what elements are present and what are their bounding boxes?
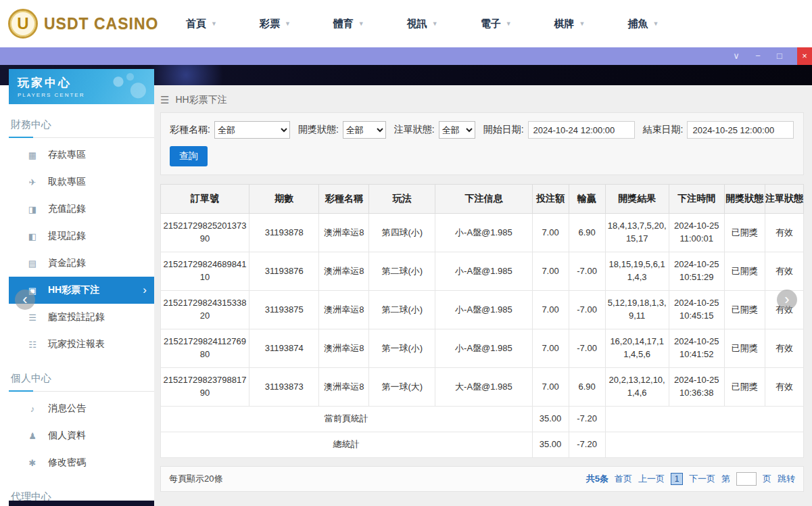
bet-status-select[interactable]: 全部	[439, 121, 475, 139]
table-cell: 已開獎	[724, 252, 765, 291]
table-cell: 5,12,19,18,1,3,9,11	[605, 291, 669, 329]
sidebar-item-change-password[interactable]: ✱ 修改密碼	[9, 449, 154, 476]
summary-label: 總統計	[161, 432, 533, 457]
table-cell: 已開獎	[724, 291, 765, 329]
sidebar-item-deposit[interactable]: ▦ 存款專區	[9, 141, 154, 168]
gear-icon: ✱	[27, 458, 38, 468]
table-row: 215217298237988179031193873澳洲幸运8第一球(大)大-…	[161, 368, 804, 407]
sidebar-item-withdraw[interactable]: ✈ 取款專區	[9, 168, 154, 196]
summary-empty-cell	[605, 407, 803, 432]
first-page-link[interactable]: 首页	[615, 473, 632, 485]
sidebar-item-player-bet-report[interactable]: ☷ 玩家投注報表	[9, 331, 154, 358]
top-navigation-bar: U USDT CASINO 首頁 ▼ 彩票 ▼ 體育 ▼ 視訊 ▼ 電子 ▼ 棋…	[0, 0, 812, 47]
nav-item-label: 體育	[333, 18, 354, 30]
chevron-down-icon[interactable]: ∨	[731, 47, 742, 65]
table-cell: 第二球(小)	[369, 252, 435, 291]
sidebar-item-funds-record[interactable]: ▤ 資金記錄	[9, 250, 154, 277]
chevron-down-icon: ▼	[285, 20, 291, 27]
sidebar-item-announcements[interactable]: ♪ 消息公告	[9, 395, 154, 422]
grand-summary-row: 總統計 35.00 -7.20	[161, 432, 804, 457]
table-cell: 第四球(小)	[369, 214, 435, 252]
next-page-link[interactable]: 下一页	[689, 473, 715, 485]
table-header-cell: 開獎狀態	[724, 185, 765, 214]
table-cell: 大-A盤@1.985	[435, 368, 532, 407]
nav-item-slots[interactable]: 電子 ▼	[481, 18, 512, 30]
sidebar-item-withdrawal-record[interactable]: ◧ 提現記錄	[9, 223, 154, 250]
prev-page-link[interactable]: 上一页	[638, 473, 665, 485]
nav-item-label: 首頁	[186, 18, 206, 30]
table-header-cell: 開獎結果	[605, 185, 669, 214]
table-cell: -7.00	[569, 291, 605, 329]
table-cell: 6.90	[569, 214, 605, 252]
table-header-cell: 彩種名稱	[319, 185, 369, 214]
pager: 共5条 首页 上一页 1 下一页 第 页 跳转	[586, 472, 795, 486]
main-nav: 首頁 ▼ 彩票 ▼ 體育 ▼ 視訊 ▼ 電子 ▼ 棋牌 ▼ 捕魚 ▼	[186, 18, 659, 30]
nav-item-lottery[interactable]: 彩票 ▼	[260, 18, 291, 30]
chevron-down-icon: ▼	[432, 20, 438, 27]
current-page-indicator[interactable]: 1	[671, 473, 683, 485]
room-bet-record-icon: ☰	[27, 313, 38, 323]
chevron-right-icon: ›	[143, 283, 147, 297]
table-cell: -7.00	[569, 329, 605, 368]
table-cell: 小-A盤@1.985	[435, 329, 532, 368]
finance-menu: ▦ 存款專區 ✈ 取款專區 ◨ 充值記錄 ◧ 提現記錄 ▤ 資金記錄	[9, 141, 154, 358]
sidebar-item-profile[interactable]: ♟ 個人資料	[9, 422, 154, 449]
sidebar-item-recharge-record[interactable]: ◨ 充值記錄	[9, 196, 154, 223]
pagination-bar: 每頁顯示20條 共5条 首页 上一页 1 下一页 第 页 跳转	[160, 466, 804, 492]
withdrawal-record-icon: ◧	[27, 231, 38, 242]
funds-record-icon: ▤	[27, 258, 38, 269]
logo-text: USDT CASINO	[44, 15, 158, 33]
total-count-text: 共5条	[586, 473, 608, 485]
table-cell: 澳洲幸运8	[319, 291, 369, 329]
logo[interactable]: U USDT CASINO	[0, 9, 166, 39]
table-cell: 2024-10-25 10:45:15	[669, 291, 724, 329]
table-row: 215217298252013739031193878澳洲幸运8第四球(小)小-…	[161, 214, 804, 252]
table-cell: 7.00	[532, 291, 569, 329]
nav-item-live-video[interactable]: 視訊 ▼	[407, 18, 438, 30]
table-header-cell: 注單狀態	[765, 185, 803, 214]
sidebar-item-label: 資金記錄	[48, 257, 86, 269]
search-button[interactable]: 查詢	[170, 146, 208, 166]
draw-status-select[interactable]: 全部	[343, 121, 386, 139]
table-cell: 20,2,13,12,10,1,4,6	[605, 368, 669, 407]
sidebar-item-label: 個人資料	[48, 430, 86, 442]
jump-suffix-label: 页	[763, 473, 771, 485]
nav-item-label: 電子	[481, 18, 501, 30]
start-date-label: 開始日期:	[483, 124, 524, 136]
table-header-cell: 投注額	[532, 185, 569, 214]
table-cell: 澳洲幸运8	[319, 329, 369, 368]
chevron-down-icon: ▼	[579, 20, 586, 27]
nav-item-label: 棋牌	[554, 18, 575, 30]
scroll-left-button[interactable]: ‹	[15, 290, 35, 310]
draw-status-label: 開獎狀態:	[298, 124, 339, 136]
close-button[interactable]: ×	[797, 47, 812, 65]
nav-item-board-games[interactable]: 棋牌 ▼	[554, 18, 586, 30]
nav-item-home[interactable]: 首頁 ▼	[186, 18, 217, 30]
menu-icon[interactable]: ☰	[160, 94, 169, 106]
nav-item-sports[interactable]: 體育 ▼	[333, 18, 364, 30]
table-cell: 6.90	[569, 368, 605, 407]
start-date-input[interactable]	[528, 121, 635, 139]
end-date-input[interactable]	[687, 121, 794, 139]
maximize-button[interactable]: □	[774, 47, 785, 65]
minimize-button[interactable]: −	[753, 47, 763, 65]
page-jump-input[interactable]	[736, 472, 757, 486]
table-cell: 小-A盤@1.985	[435, 291, 532, 329]
table-cell: 2152172982468984110	[161, 252, 249, 291]
nav-item-label: 捕魚	[628, 18, 648, 30]
chevron-down-icon: ▼	[653, 20, 659, 27]
personal-menu: ♪ 消息公告 ♟ 個人資料 ✱ 修改密碼	[9, 395, 154, 476]
table-cell: 31193878	[249, 214, 319, 252]
lottery-name-select[interactable]: 全部	[214, 121, 290, 139]
table-header-cell: 輸贏	[569, 185, 605, 214]
table-cell: 2024-10-25 10:51:29	[669, 252, 724, 291]
table-header-cell: 下注時間	[669, 185, 724, 214]
chevron-down-icon: ▼	[358, 20, 364, 27]
table-cell: 7.00	[532, 214, 569, 252]
table-cell: 有效	[765, 368, 803, 407]
sidebar-item-label: 充值記錄	[48, 203, 86, 215]
scroll-right-button[interactable]: ›	[777, 290, 797, 310]
page-jump-button[interactable]: 跳转	[778, 473, 795, 485]
nav-item-fishing[interactable]: 捕魚 ▼	[628, 18, 659, 30]
sidebar-item-label: 提現記錄	[48, 230, 86, 242]
